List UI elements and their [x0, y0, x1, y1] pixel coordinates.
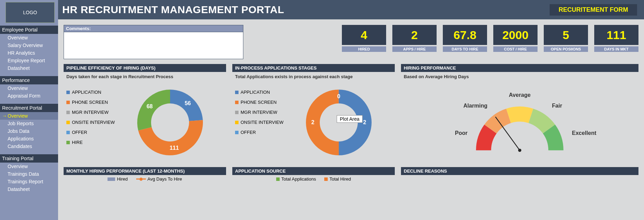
kpi-value: 2000	[493, 25, 538, 45]
nav-item-employee-report[interactable]: Employee Report	[0, 57, 58, 64]
svg-point-12	[518, 149, 521, 152]
logo-placeholder: LOGO	[6, 2, 55, 23]
plot-area-tooltip: Plot Area	[337, 115, 363, 123]
nav-item-candidates[interactable]: Candidates	[0, 143, 58, 150]
nav-item-applications[interactable]: Applications	[0, 135, 58, 143]
legend-item: Total Hired	[324, 176, 351, 182]
panel-header: IN-PROCESS APPLICATIONS STAGES	[232, 64, 395, 72]
nav-item-job-reports[interactable]: Job Reports	[0, 120, 58, 127]
nav-item-recruit-overview[interactable]: Overview	[0, 112, 58, 120]
legend-item: APPLICATION	[235, 90, 294, 95]
legend-item: ONSITE INTERVIEW	[235, 120, 294, 125]
svg-text:68: 68	[147, 103, 153, 109]
panel-header: APPLICATION SOURCE	[232, 167, 395, 175]
svg-text:2: 2	[363, 119, 366, 125]
nav-item-train-overview[interactable]: Overview	[0, 163, 58, 170]
kpi-value: 2	[392, 25, 437, 45]
comments-box: Comments:	[64, 25, 243, 59]
svg-text:Excellent: Excellent	[572, 130, 596, 136]
nav-section-training: Training Portal	[0, 154, 58, 163]
svg-text:Poor: Poor	[455, 130, 468, 136]
panel-pipeline-efficiency: PIPELINE EFFICIENCY OF HIRING (DAYS) Day…	[64, 64, 226, 162]
kpi-label: DAYS IN MKT	[594, 46, 638, 52]
panel-monthly-hiring: MONTHLY HIRING PERFORMANCE (LAST 12-MONT…	[64, 167, 226, 182]
legend-item: MGR INTERVIEW	[235, 110, 294, 115]
donut-chart-inprocess[interactable]: 220 Plot Area	[294, 83, 384, 162]
panel-header: HIRING PERFORMANCE	[401, 64, 638, 72]
panel-header: DECLINE REASONS	[401, 167, 638, 175]
legend-item: PHONE SCREEN	[66, 100, 125, 105]
svg-text:0: 0	[337, 93, 340, 99]
kpi-value: 111	[594, 25, 638, 45]
nav-item-hr-analytics[interactable]: HR Analytics	[0, 49, 58, 57]
panel-application-source: APPLICATION SOURCE Total Applications To…	[232, 167, 395, 182]
legend-item: Hired	[108, 176, 128, 182]
kpi-value: 67.8	[443, 25, 487, 45]
nav-item-perf-overview[interactable]: Overview	[0, 84, 58, 92]
kpi-label: OPEN POSIIONS	[544, 46, 588, 52]
sidebar: LOGO Employee Portal Overview Salary Ove…	[0, 0, 58, 220]
kpi-label: DAYS TO HIRE	[443, 46, 487, 52]
nav-item-emp-overview[interactable]: Overview	[0, 34, 58, 42]
title-bar: HR RECRUITMENT MANAGEMENT PORTAL RECURIT…	[58, 0, 644, 19]
main-area: HR RECRUITMENT MANAGEMENT PORTAL RECURIT…	[58, 0, 644, 220]
nav-section-employee: Employee Portal	[0, 26, 58, 34]
legend-item: HIRE	[66, 140, 125, 145]
comments-label: Comments:	[64, 25, 243, 32]
legend-item: OFFER	[66, 130, 125, 135]
kpi-label: HIRED	[342, 46, 386, 52]
panel-inprocess-stages: IN-PROCESS APPLICATIONS STAGES Total App…	[232, 64, 395, 162]
panel-hiring-performance: HIRING PERFORMANCE Based on Average Hiri…	[401, 64, 638, 162]
kpi-days-to-hire: 67.8DAYS TO HIRE	[443, 25, 487, 59]
nav-item-jobs-data[interactable]: Jobs Data	[0, 127, 58, 135]
kpi-apps-per-hire: 2APPS / HIRE	[392, 25, 437, 59]
legend-item: ONSITE INTERVIEW	[66, 120, 125, 125]
svg-text:Average: Average	[509, 92, 531, 98]
comments-input[interactable]	[64, 32, 243, 59]
chart-legend: Hired Avg Days To Hire	[64, 175, 226, 182]
legend-item: PHONE SCREEN	[235, 100, 294, 105]
panel-header: MONTHLY HIRING PERFORMANCE (LAST 12-MONT…	[64, 167, 226, 175]
panel-decline-reasons: DECLINE REASONS	[401, 167, 638, 182]
legend-item: Total Applications	[276, 176, 316, 182]
legend-item: APPLICATION	[66, 90, 125, 95]
panel-header: PIPELINE EFFICIENCY OF HIRING (DAYS)	[64, 64, 226, 72]
nav-section-recruitment: Recruitment Portal	[0, 104, 58, 112]
kpi-cost-per-hire: 2000COST / HIRE	[493, 25, 538, 59]
kpi-hired: 4HIRED	[342, 25, 386, 59]
kpi-open-positions: 5OPEN POSIIONS	[544, 25, 588, 59]
kpi-label: COST / HIRE	[493, 46, 538, 52]
legend-item: OFFER	[235, 130, 294, 135]
donut-chart-pipeline[interactable]: 5611168	[125, 83, 215, 162]
panel-subtitle: Total Applications exists in process aga…	[232, 72, 395, 83]
nav-item-trainings-report[interactable]: Trainings Report	[0, 178, 58, 185]
nav-item-trainings-data[interactable]: Trainings Data	[0, 170, 58, 178]
legend-item: Avg Days To Hire	[136, 176, 182, 182]
kpi-value: 5	[544, 25, 588, 45]
kpi-label: APPS / HIRE	[392, 46, 437, 52]
chart-legend: Total Applications Total Hired	[232, 175, 395, 182]
nav-section-performance: Performance	[0, 76, 58, 84]
chart-legend: APPLICATION PHONE SCREEN MGR INTERVIEW O…	[235, 83, 294, 162]
chart-legend: APPLICATION PHONE SCREEN MGR INTERVIEW O…	[66, 83, 125, 162]
recruitment-form-button[interactable]: RECURITEMENT FORM	[550, 4, 637, 16]
svg-text:Alarming: Alarming	[463, 102, 487, 109]
svg-text:Fair: Fair	[552, 102, 562, 109]
nav-item-datasheet-emp[interactable]: Datasheet	[0, 64, 58, 72]
svg-text:56: 56	[185, 100, 191, 106]
legend-item: MGR INTERVIEW	[66, 110, 125, 115]
gauge-chart[interactable]: PoorAlarmingAverageFairExcellent	[401, 83, 638, 162]
nav-item-salary-overview[interactable]: Salary Overview	[0, 42, 58, 49]
svg-text:111: 111	[170, 145, 179, 151]
svg-text:2: 2	[311, 119, 315, 125]
panel-subtitle: Based on Average Hiring Days	[401, 72, 638, 83]
nav-item-appraisal-form[interactable]: Appraisal Form	[0, 92, 58, 100]
kpi-row: 4HIRED 2APPS / HIRE 67.8DAYS TO HIRE 200…	[250, 25, 638, 59]
panel-subtitle: Days taken for each stage in Recruitment…	[64, 72, 226, 83]
kpi-days-in-mkt: 111DAYS IN MKT	[594, 25, 638, 59]
kpi-value: 4	[342, 25, 386, 45]
page-title: HR RECRUITMENT MANAGEMENT PORTAL	[62, 4, 284, 16]
nav-item-datasheet-train[interactable]: Datasheet	[0, 185, 58, 193]
